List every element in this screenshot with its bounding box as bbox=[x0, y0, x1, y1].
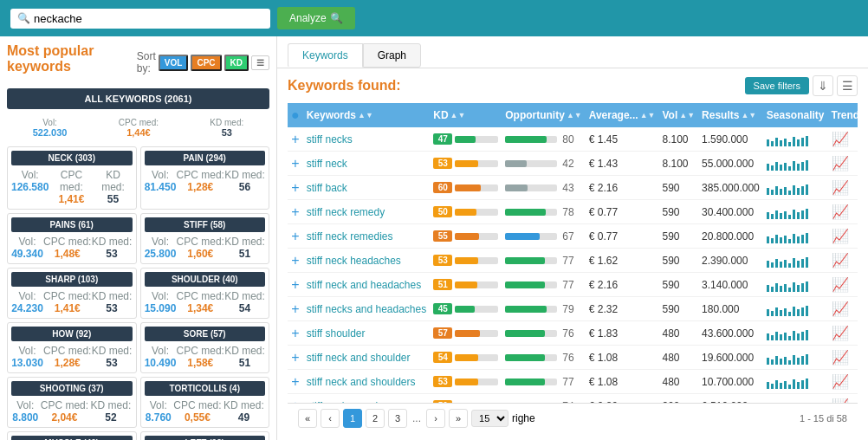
trend-cell[interactable]: 📈 bbox=[828, 224, 858, 249]
opp-cell: 43 bbox=[502, 176, 585, 200]
avg-cell: € 1.08 bbox=[586, 370, 659, 394]
kw-group-item[interactable]: SHOOTING (37) Vol: 8.800 CPC med: 2,04€ … bbox=[7, 377, 137, 428]
kw-group-item[interactable]: PAIN (294) Vol: 81.450 CPC med: 1,28€ KD… bbox=[140, 146, 270, 210]
add-cell[interactable]: + bbox=[288, 394, 303, 404]
add-cell[interactable]: + bbox=[288, 346, 303, 370]
add-cell[interactable]: + bbox=[288, 127, 303, 152]
trend-cell[interactable]: 📈 bbox=[828, 176, 858, 200]
col-seasonality[interactable]: Seasonality bbox=[763, 103, 828, 127]
add-keyword-button[interactable]: + bbox=[291, 156, 299, 171]
kw-group-item[interactable]: LEFT (23) Vol: CPC med: KD med: bbox=[140, 431, 270, 440]
kw-group-header[interactable]: SHOULDER (40) bbox=[145, 272, 266, 287]
export-button[interactable]: ⇓ bbox=[813, 75, 833, 96]
page-next-button[interactable]: › bbox=[426, 409, 445, 428]
add-keyword-button[interactable]: + bbox=[291, 253, 299, 268]
add-keyword-button[interactable]: + bbox=[291, 229, 299, 243]
kw-group-item[interactable]: SHOULDER (40) Vol: 15.090 CPC med: 1,34€… bbox=[140, 268, 270, 319]
add-keyword-button[interactable]: + bbox=[291, 350, 299, 365]
kw-group-header[interactable]: TORTICOLLIS (4) bbox=[145, 381, 266, 396]
add-keyword-button[interactable]: + bbox=[291, 326, 299, 340]
seasonality-cell bbox=[763, 370, 828, 394]
results-cell: 1.590.000 bbox=[698, 127, 763, 152]
sidebar-scroll-down[interactable]: ▼ bbox=[256, 108, 268, 122]
add-cell[interactable]: + bbox=[288, 273, 303, 297]
sort-list-button[interactable]: ☰ bbox=[251, 55, 269, 70]
kw-group-item[interactable]: MUSCLE (42) Vol: CPC med: KD med: bbox=[7, 431, 137, 440]
kw-group-stats: Vol: 8.760 CPC med: 0,55€ KD med: 49 bbox=[145, 399, 266, 424]
add-cell[interactable]: + bbox=[288, 176, 303, 200]
trend-cell[interactable]: 📈 bbox=[828, 152, 858, 176]
add-keyword-button[interactable]: + bbox=[291, 204, 299, 219]
tab-graph[interactable]: Graph bbox=[363, 43, 421, 68]
kw-group-header[interactable]: SHARP (103) bbox=[11, 272, 133, 287]
add-keyword-button[interactable]: + bbox=[291, 277, 299, 292]
kw-group-item[interactable]: SHARP (103) Vol: 24.230 CPC med: 1,41€ K… bbox=[7, 268, 137, 319]
kw-group-item[interactable]: TORTICOLLIS (4) Vol: 8.760 CPC med: 0,55… bbox=[140, 377, 270, 428]
save-filters-button[interactable]: Save filters bbox=[745, 77, 809, 94]
kd-cell: 53 bbox=[430, 152, 502, 176]
sort-kd-button[interactable]: KD bbox=[224, 55, 249, 71]
kw-group-item[interactable]: NECK (303) Vol: 126.580 CPC med: 1,41€ K… bbox=[7, 146, 137, 210]
kw-group-item[interactable]: HOW (92) Vol: 13.030 CPC med: 1,28€ KD m… bbox=[7, 322, 137, 373]
add-cell[interactable]: + bbox=[288, 297, 303, 321]
all-keywords-header[interactable]: ALL KEYWORDS (2061) bbox=[7, 88, 269, 109]
kw-group-header[interactable]: MUSCLE (42) bbox=[11, 436, 133, 440]
kw-group-header[interactable]: SHOOTING (37) bbox=[11, 381, 133, 396]
page-3-button[interactable]: 3 bbox=[388, 409, 407, 428]
columns-button[interactable]: ☰ bbox=[837, 75, 858, 96]
page-2-button[interactable]: 2 bbox=[366, 409, 385, 428]
add-cell[interactable]: + bbox=[288, 321, 303, 346]
col-kd[interactable]: KD ▲▼ bbox=[430, 103, 502, 127]
add-cell[interactable]: + bbox=[288, 200, 303, 224]
col-trend[interactable]: Trend bbox=[828, 103, 858, 127]
vol-cell: 480 bbox=[658, 370, 698, 394]
kw-group-item[interactable]: PAINS (61) Vol: 49.340 CPC med: 1,48€ KD… bbox=[7, 213, 137, 264]
keywords-found-title: Keywords found: bbox=[288, 78, 401, 94]
trend-cell[interactable]: 📈 bbox=[828, 200, 858, 224]
trend-cell[interactable]: 📈 bbox=[828, 249, 858, 273]
sort-vol-button[interactable]: VOL bbox=[159, 55, 189, 71]
kw-group-header[interactable]: NECK (303) bbox=[11, 151, 133, 165]
analyze-button[interactable]: Analyze 🔍 bbox=[277, 7, 355, 29]
add-keyword-button[interactable]: + bbox=[291, 180, 299, 195]
sort-cpc-button[interactable]: CPC bbox=[191, 55, 221, 71]
page-prev-button[interactable]: ‹ bbox=[321, 409, 340, 428]
page-1-button[interactable]: 1 bbox=[343, 409, 362, 428]
col-results[interactable]: Results ▲▼ bbox=[698, 103, 763, 127]
trend-cell[interactable]: 📈 bbox=[828, 370, 858, 394]
col-opportunity[interactable]: Opportunity ▲▼ bbox=[502, 103, 585, 127]
trend-cell[interactable]: 📈 bbox=[828, 297, 858, 321]
kw-group-header[interactable]: STIFF (58) bbox=[145, 217, 266, 232]
vol-cell: 8.100 bbox=[658, 152, 698, 176]
page-last-button[interactable]: » bbox=[449, 409, 468, 428]
tab-keywords[interactable]: Keywords bbox=[288, 43, 363, 68]
col-keywords[interactable]: Keywords ▲▼ bbox=[303, 103, 431, 127]
add-keyword-button[interactable]: + bbox=[291, 132, 299, 146]
kw-group-item[interactable]: STIFF (58) Vol: 25.800 CPC med: 1,60€ KD… bbox=[140, 213, 270, 264]
vol-cell: 590 bbox=[658, 273, 698, 297]
page-first-button[interactable]: « bbox=[298, 409, 317, 428]
kw-group-header[interactable]: SORE (57) bbox=[145, 327, 266, 341]
trend-cell[interactable]: 📈 bbox=[828, 127, 858, 152]
kw-group-header[interactable]: LEFT (23) bbox=[145, 436, 266, 440]
trend-cell[interactable]: 📈 bbox=[828, 346, 858, 370]
kw-group-header[interactable]: HOW (92) bbox=[11, 327, 133, 341]
kw-group-item[interactable]: SORE (57) Vol: 10.490 CPC med: 1,58€ KD … bbox=[140, 322, 270, 373]
table-row: + stiff neck remedy 50 78 € 0.77 590 30.… bbox=[288, 200, 858, 224]
col-average[interactable]: Average... ▲▼ bbox=[586, 103, 659, 127]
trend-cell[interactable]: 📈 bbox=[828, 394, 858, 404]
trend-cell[interactable]: 📈 bbox=[828, 321, 858, 346]
avg-cell: € 1.08 bbox=[586, 346, 659, 370]
trend-cell[interactable]: 📈 bbox=[828, 273, 858, 297]
kw-group-header[interactable]: PAIN (294) bbox=[145, 151, 266, 165]
add-cell[interactable]: + bbox=[288, 370, 303, 394]
col-vol[interactable]: Vol ▲▼ bbox=[658, 103, 698, 127]
per-page-select[interactable]: 15 25 50 bbox=[471, 410, 508, 427]
add-cell[interactable]: + bbox=[288, 224, 303, 249]
kw-group-header[interactable]: PAINS (61) bbox=[11, 217, 133, 232]
search-input[interactable] bbox=[34, 12, 242, 25]
add-keyword-button[interactable]: + bbox=[291, 374, 299, 389]
add-cell[interactable]: + bbox=[288, 249, 303, 273]
add-cell[interactable]: + bbox=[288, 152, 303, 176]
add-keyword-button[interactable]: + bbox=[291, 301, 299, 316]
